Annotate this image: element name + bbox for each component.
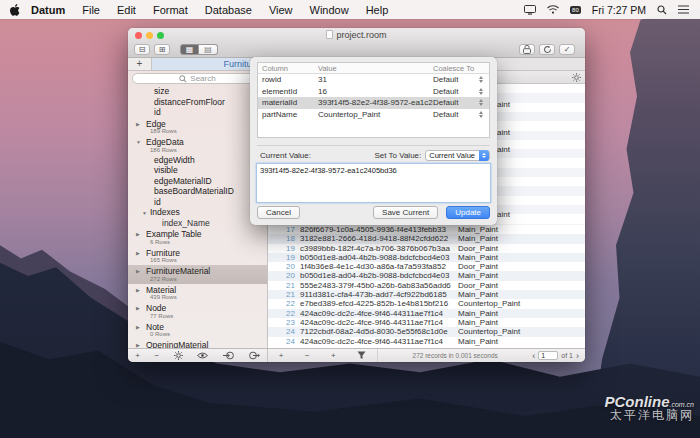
dialog-row-partName[interactable]: partNameCountertop_PaintDefault [258,109,489,121]
disclosure-triangle-icon[interactable]: ▶ [136,267,140,276]
materialid-cell[interactable]: 911d381c-cfa4-473b-add7-4cf922bd6185 [300,290,455,299]
sidebar-item-size[interactable]: size [128,86,267,97]
coalesce-stepper-icon[interactable] [477,109,485,121]
update-button[interactable]: Update [446,206,490,219]
sidebar-remove-button[interactable]: − [155,351,160,360]
partname-cell[interactable]: Main_Paint [455,253,498,262]
sidebar-item-furniturematerial[interactable]: ▶FurnitureMaterial272 Rows [128,265,267,284]
sidebar-item-openingmaterial[interactable]: ▶OpeningMaterial1 Rows [128,339,267,348]
partname-cell[interactable]: Main_Paint [455,225,498,234]
disclosure-triangle-icon[interactable]: ▶ [136,341,140,348]
sidebar-item-id[interactable]: id [128,107,267,118]
disclosure-triangle-icon[interactable]: ▶ [136,120,140,129]
disclosure-triangle-icon[interactable]: ▶ [136,323,140,332]
materialid-cell[interactable]: 826f6679-1c0a-4505-9936-f4e413febb33 [300,225,455,234]
partname-cell[interactable]: Door_Paint [455,244,498,253]
coalesce-stepper-icon[interactable] [477,74,485,86]
sidebar-item-edgematerialid[interactable]: edgeMaterialID [128,176,267,187]
current-value-textarea[interactable]: 393f14f5-82e2-4f38-9572-ea1c2405bd36 [256,163,491,203]
table-row[interactable]: 19c3989bbb-182f-4c7a-b706-3876b067b3aaDo… [268,244,585,253]
dialog-row-materialId[interactable]: materialId393f14f5-82e2-4f38-9572-ea1c24… [258,97,489,109]
dialog-coalesce-value[interactable]: Default [433,74,477,86]
add-tab-button[interactable]: + [128,58,152,70]
value-header[interactable]: Value [318,63,433,73]
table-row[interactable]: 247122cbdf-08a2-4d5d-8030-5e55f68c1d0eCo… [268,327,585,336]
partname-cell[interactable]: Countertop_Paint [455,299,520,308]
table-row[interactable]: 17826f6679-1c0a-4505-9936-f4e413febb33Ma… [268,225,585,234]
sidebar-gear-icon[interactable] [174,351,183,360]
add-record-button[interactable]: ⊞ [154,44,170,55]
partname-cell[interactable]: Main_Paint [455,290,498,299]
disclosure-triangle-icon[interactable]: ▼ [142,209,147,218]
materialid-cell[interactable]: 555e2483-379f-45b0-a26b-6ab83a56add6 [300,281,455,290]
coalesce-stepper-icon[interactable] [477,97,485,109]
previous-page-button[interactable]: ‹ [532,351,535,361]
sidebar-item-indexes[interactable]: ▼Indexes [128,207,267,218]
sidebar-item-id[interactable]: id [128,197,267,208]
partname-cell[interactable]: Door_Paint [455,281,498,290]
structure-view-segment[interactable]: ▤ [199,44,218,55]
dialog-coalesce-value[interactable]: Default [433,86,477,98]
materialid-cell[interactable]: 1f4b36e8-4e1c-4d30-a86a-fa7a593fa852 [300,262,455,271]
sidebar-item-example-table[interactable]: ▶Example Table6 Rows [128,228,267,247]
sidebar-eye-icon[interactable] [197,352,208,359]
menu-item-help[interactable]: Help [366,4,389,16]
spotlight-search-icon[interactable] [657,5,667,15]
disclosure-triangle-icon[interactable]: ▶ [136,249,140,258]
delete-row-button[interactable]: − [305,351,310,360]
sidebar-item-edgedata[interactable]: ▼EdgeData186 Rows [128,136,267,155]
filter-funnel-icon[interactable] [357,351,366,360]
materialid-cell[interactable]: 7122cbdf-08a2-4d5d-8030-5e55f68c1d0e [300,327,455,336]
commit-check-button[interactable]: ✓ [559,44,575,55]
coalesce-header[interactable]: Coalesce To [433,63,477,73]
sidebar-item-note[interactable]: ▶Note0 Rows [128,321,267,340]
partname-cell[interactable]: Countertop_Paint [455,327,520,336]
sidebar-item-furniture[interactable]: ▶Furniture165 Rows [128,247,267,266]
apple-menu-icon[interactable] [10,4,21,16]
sidebar-item-visible[interactable]: visible [128,165,267,176]
disclosure-triangle-icon[interactable]: ▶ [136,286,140,295]
set-to-value-dropdown[interactable]: Current Value [425,150,490,161]
partname-cell[interactable]: Main_Paint [455,309,498,318]
partname-cell[interactable]: Main_Paint [455,337,498,346]
sidebar-item-edge[interactable]: ▶Edge189 Rows [128,118,267,137]
dialog-column-value[interactable]: 16 [318,86,433,98]
materialid-cell[interactable]: 424ac09c-dc2c-4fce-9f46-44311ae7f1c4 [300,318,455,327]
sidebar-item-baseboardmaterialid[interactable]: baseBoardMaterialID [128,186,267,197]
dialog-column-value[interactable]: 393f14f5-82e2-4f38-9572-ea1c240... [318,97,433,109]
materialid-cell[interactable]: c3989bbb-182f-4c7a-b706-3876b067b3aa [300,244,455,253]
partname-cell[interactable]: Door_Paint [455,262,498,271]
cancel-button[interactable]: Cancel [257,206,300,219]
menu-item-edit[interactable]: Edit [117,4,136,16]
save-current-button[interactable]: Save Current [373,206,438,219]
table-view-segment[interactable]: ▦ [180,44,199,55]
menu-item-view[interactable]: View [269,4,293,16]
menu-item-datum[interactable]: Datum [31,4,65,16]
disclosure-triangle-icon[interactable]: ▼ [136,138,141,147]
sidebar-add-button[interactable]: + [135,351,140,360]
partname-cell[interactable]: Main_Paint [455,234,498,243]
remove-record-button[interactable]: ⊟ [134,44,150,55]
dialog-coalesce-value[interactable]: Default [433,97,477,109]
materialid-cell[interactable]: b050d1e8-ad04-4b2b-9088-bdcfcbcd4e03 [300,253,455,262]
materialid-cell[interactable]: e7bed389-efcd-4225-852b-1e4b815bf216 [300,299,455,308]
dialog-column-value[interactable]: Countertop_Paint [318,109,433,121]
menu-clock[interactable]: Fri 7:27 PM [592,4,646,16]
materialid-cell[interactable]: b050d1e8-ad04-4b2b-9088-bdcfcbcd4e03 [300,271,455,280]
page-number-input[interactable]: 1 [538,351,558,360]
disclosure-triangle-icon[interactable]: ▶ [136,230,140,239]
materialid-cell[interactable]: 424ac09c-dc2c-4fce-9f46-44311ae7f1c4 [300,337,455,346]
display-menu-icon[interactable] [524,5,536,15]
dialog-row-rowid[interactable]: rowid31Default [258,74,489,86]
table-row[interactable]: 183182e881-2666-418d-9418-88f42cfdd622Ma… [268,234,585,243]
menu-item-format[interactable]: Format [153,4,188,16]
dialog-coalesce-value[interactable]: Default [433,109,477,121]
menu-item-database[interactable]: Database [205,4,252,16]
table-row[interactable]: 19b050d1e8-ad04-4b2b-9088-bdcfcbcd4e03Ma… [268,253,585,262]
menu-item-window[interactable]: Window [310,4,349,16]
table-row[interactable]: 22424ac09c-dc2c-4fce-9f46-44311ae7f1c4Ma… [268,309,585,318]
table-row[interactable]: 24424ac09c-dc2c-4fce-9f46-44311ae7f1c4Ma… [268,337,585,346]
lock-button[interactable] [519,44,535,55]
disclosure-triangle-icon[interactable]: ▶ [136,304,140,313]
battery-menu-icon[interactable]: 80 [570,6,581,14]
